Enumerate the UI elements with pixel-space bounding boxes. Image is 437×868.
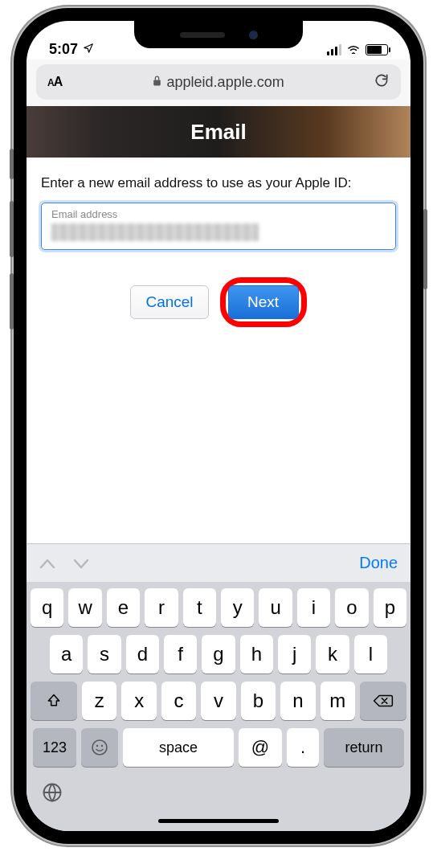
text-size-button[interactable]: AA	[47, 75, 62, 89]
email-label: Email address	[51, 208, 386, 220]
button-row: Cancel Next	[41, 277, 396, 327]
emoji-key[interactable]	[81, 728, 118, 767]
address-bar[interactable]: AA appleid.apple.com	[36, 64, 401, 100]
key-s[interactable]: s	[88, 635, 120, 674]
numbers-key[interactable]: 123	[33, 728, 76, 767]
cellular-signal-icon	[327, 44, 341, 55]
key-p[interactable]: p	[374, 588, 406, 627]
key-v[interactable]: v	[201, 682, 235, 720]
email-field[interactable]: Email address	[41, 203, 396, 250]
next-field-button[interactable]	[73, 553, 89, 574]
key-g[interactable]: g	[202, 635, 235, 674]
speaker-grille	[180, 32, 225, 38]
next-button-label: Next	[247, 293, 279, 311]
location-icon	[83, 41, 94, 58]
cancel-button[interactable]: Cancel	[130, 285, 208, 319]
backspace-key[interactable]	[360, 682, 406, 720]
svg-rect-0	[153, 80, 161, 85]
volume-down-button	[10, 273, 14, 330]
browser-toolbar: AA appleid.apple.com	[27, 59, 410, 106]
key-y[interactable]: y	[221, 588, 254, 627]
volume-up-button	[10, 201, 14, 257]
keyboard-done-button[interactable]: Done	[359, 554, 398, 572]
instruction-text: Enter a new email address to use as your…	[41, 175, 396, 191]
key-w[interactable]: w	[68, 588, 101, 627]
mute-switch	[10, 149, 14, 179]
key-t[interactable]: t	[183, 588, 216, 627]
key-i[interactable]: i	[297, 588, 330, 627]
key-a[interactable]: a	[50, 635, 83, 674]
key-n[interactable]: n	[280, 682, 315, 720]
front-camera	[249, 31, 258, 39]
phone-frame: 5:07 AA	[14, 8, 423, 844]
battery-icon	[366, 44, 388, 55]
page-banner: Email	[27, 106, 410, 158]
key-d[interactable]: d	[126, 635, 159, 674]
key-k[interactable]: k	[316, 635, 349, 674]
prev-field-button[interactable]	[39, 553, 55, 574]
page-title: Email	[190, 120, 246, 145]
keyboard-row-3: zxcvbnm	[31, 682, 406, 720]
highlight-annotation: Next	[220, 277, 307, 327]
keyboard-row-1: qwertyuiop	[31, 588, 406, 627]
key-o[interactable]: o	[335, 588, 368, 627]
lock-icon	[152, 74, 162, 91]
key-j[interactable]: j	[278, 635, 311, 674]
globe-key[interactable]	[41, 781, 63, 809]
key-m[interactable]: m	[321, 682, 355, 720]
keyboard: qwertyuiop asdfghjkl zxcvbnm 123 space @…	[27, 582, 410, 775]
cancel-button-label: Cancel	[145, 293, 193, 311]
at-key[interactable]: @	[239, 728, 282, 767]
keyboard-bottom-bar	[27, 775, 410, 831]
screen: 5:07 AA	[27, 21, 410, 831]
key-u[interactable]: u	[259, 588, 292, 627]
key-z[interactable]: z	[82, 682, 116, 720]
keyboard-row-2: asdfghjkl	[31, 635, 406, 674]
key-x[interactable]: x	[121, 682, 156, 720]
key-e[interactable]: e	[107, 588, 140, 627]
wifi-icon	[346, 41, 361, 58]
return-key[interactable]: return	[324, 728, 404, 767]
svg-point-2	[96, 745, 98, 747]
page-content: Enter a new email address to use as your…	[27, 158, 410, 543]
url-display[interactable]: appleid.apple.com	[70, 74, 366, 91]
keyboard-toolbar: Done	[27, 543, 410, 582]
svg-point-1	[92, 740, 107, 755]
power-button	[423, 209, 427, 289]
space-key[interactable]: space	[123, 728, 234, 767]
key-c[interactable]: c	[161, 682, 196, 720]
key-r[interactable]: r	[145, 588, 178, 627]
domain-text: appleid.apple.com	[167, 74, 284, 91]
notch	[134, 21, 303, 48]
shift-key[interactable]	[31, 682, 77, 720]
key-h[interactable]: h	[240, 635, 273, 674]
clock: 5:07	[49, 41, 78, 58]
key-l[interactable]: l	[354, 635, 387, 674]
key-f[interactable]: f	[164, 635, 197, 674]
keyboard-row-4: 123 space @ . return	[31, 728, 406, 767]
email-value-redacted	[51, 223, 259, 241]
svg-point-3	[101, 745, 103, 747]
period-key[interactable]: .	[287, 728, 319, 767]
next-button[interactable]: Next	[228, 285, 299, 319]
key-b[interactable]: b	[241, 682, 276, 720]
key-q[interactable]: q	[31, 588, 63, 627]
refresh-button[interactable]	[374, 72, 390, 92]
home-indicator[interactable]	[158, 819, 279, 823]
